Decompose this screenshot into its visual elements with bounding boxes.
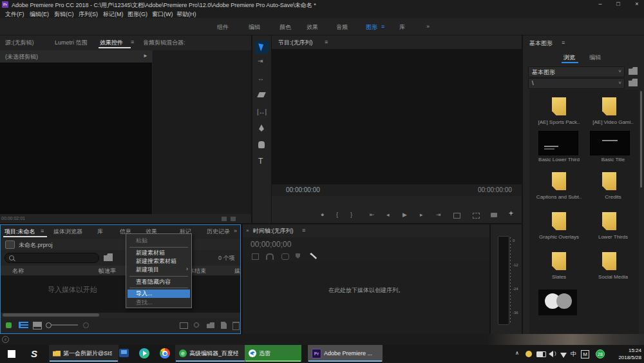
zoom-slider-knob[interactable] — [46, 322, 52, 328]
timeline-marker-icon[interactable] — [296, 253, 300, 259]
insert-overwrite-icon[interactable] — [252, 253, 259, 260]
tab-audio-clip-mixer[interactable]: 音频剪辑混合器: — [143, 39, 185, 47]
linked-selection-icon[interactable] — [281, 253, 289, 260]
project-hscrollbar-thumb[interactable] — [3, 313, 99, 317]
menu-item-new-search-bin[interactable]: 新建搜索素材箱 — [128, 257, 190, 266]
list-view-icon[interactable] — [19, 322, 28, 328]
workspace-tab-audio[interactable]: 音频 — [336, 23, 348, 32]
workspace-graphics-menu-icon[interactable]: ≡ — [381, 23, 384, 30]
find-icon[interactable] — [194, 322, 199, 328]
filter-bin-icon[interactable] — [104, 253, 113, 261]
tile-label[interactable]: [AE] Sports Pack.. — [531, 119, 587, 125]
program-monitor-menu-icon[interactable]: ≡ — [325, 39, 328, 45]
new-bin-icon[interactable] — [207, 322, 214, 328]
tab-libraries[interactable]: 库 — [97, 228, 103, 236]
mark-out-icon[interactable]: } — [350, 211, 352, 218]
template-folder-icon[interactable] — [602, 97, 616, 115]
tile-label[interactable]: Lower Thirds — [587, 234, 639, 240]
tab-browse[interactable]: 浏览 — [564, 54, 575, 62]
timeline-menu-icon[interactable]: ≡ — [302, 227, 305, 233]
hand-tool-icon[interactable] — [258, 141, 265, 148]
workspace-overflow-icon[interactable]: » — [426, 23, 430, 30]
taskbar-app-folder[interactable]: 第一会所新片@SIS... — [49, 345, 118, 362]
template-thumbnail[interactable] — [590, 131, 630, 155]
slip-tool-icon[interactable]: |↔| — [257, 109, 267, 115]
wifi-icon[interactable] — [560, 353, 567, 358]
workspace-tab-color[interactable]: 颜色 — [279, 23, 291, 32]
taskbar-clock[interactable]: 15:24 2018/5/28 — [611, 347, 641, 361]
essential-graphics-menu-icon[interactable]: ≡ — [562, 39, 565, 46]
menu-item-view-hidden[interactable]: 查看隐藏内容 — [128, 278, 190, 286]
template-folder-icon[interactable] — [602, 212, 616, 230]
date-badge-icon[interactable]: 28 — [596, 349, 605, 358]
tile-label[interactable]: Social Media — [587, 274, 639, 280]
menu-item-new-bin[interactable]: 新建素材箱 — [128, 249, 190, 257]
tab-effect-controls[interactable]: 效果控件 — [100, 39, 123, 47]
button-editor-plus-icon[interactable]: + — [509, 209, 513, 218]
ime-indicator[interactable]: 中 — [571, 350, 576, 358]
blue-app-icon[interactable] — [119, 349, 129, 357]
play-button-icon[interactable]: ▶ — [402, 211, 407, 218]
template-folder-icon[interactable] — [552, 172, 566, 190]
template-folder-icon[interactable] — [552, 252, 566, 270]
icon-view-icon[interactable] — [33, 322, 42, 329]
menu-item-import[interactable]: 导入... — [128, 289, 190, 298]
tray-yellow-icon[interactable] — [526, 351, 532, 357]
template-folder-icon[interactable] — [552, 97, 566, 115]
close-button[interactable]: × — [630, 1, 644, 7]
project-menu-icon[interactable]: ≡ — [41, 228, 44, 234]
step-back-icon[interactable]: ◂ — [386, 211, 390, 218]
extract-icon[interactable] — [473, 213, 480, 219]
type-tool-icon[interactable]: T — [258, 157, 263, 166]
tab-lumetri-scopes[interactable]: Lumetri 范围 — [55, 39, 88, 47]
folder-icon[interactable] — [629, 79, 638, 86]
graphics-scrollbar[interactable] — [640, 91, 642, 188]
project-writable-lock-icon[interactable] — [6, 322, 12, 328]
graphics-path-dropdown[interactable]: \ ˅ — [528, 78, 625, 89]
timeline-timecode[interactable]: 00;00;00;00 — [251, 240, 291, 249]
project-hscrollbar-track[interactable] — [1, 313, 240, 318]
program-current-timecode[interactable]: 00:00:00:00 — [286, 186, 320, 193]
chrome-icon[interactable] — [160, 348, 170, 358]
minimize-button[interactable]: – — [592, 1, 608, 7]
go-to-out-icon[interactable]: ⇥ — [436, 211, 441, 218]
lift-icon[interactable] — [453, 213, 460, 219]
pen-tool-icon[interactable] — [259, 124, 264, 132]
player-app-icon[interactable] — [139, 348, 149, 358]
m-tray-badge[interactable]: M — [581, 350, 589, 358]
playback-icon[interactable] — [222, 217, 227, 221]
workspace-tab-editing[interactable]: 编辑 — [249, 23, 260, 32]
taskbar-app-xunlei[interactable]: 迅雷 — [245, 345, 301, 362]
go-to-in-icon[interactable]: ⇤ — [370, 211, 375, 218]
project-overflow-icon[interactable]: » — [234, 228, 237, 234]
tab-edit[interactable]: 编辑 — [589, 54, 601, 62]
speaker-icon[interactable] — [549, 351, 553, 357]
start-button-icon[interactable] — [8, 350, 15, 358]
effect-controls-menu-icon[interactable]: ≡ — [131, 39, 134, 45]
taskbar-app-premiere[interactable]: Pr Adobe Premiere ... — [308, 345, 383, 362]
tray-chevron-icon[interactable]: ∧ — [515, 350, 519, 356]
tab-project[interactable]: 项目:未命名 — [5, 228, 35, 236]
razor-tool-icon[interactable] — [257, 92, 266, 97]
track-select-forward-tool-icon[interactable]: ⇥ — [258, 58, 263, 64]
expand-arrow-icon[interactable]: ► — [143, 53, 148, 59]
tile-label[interactable]: Graphic Overlays — [531, 234, 587, 240]
clear-trash-icon[interactable] — [232, 322, 240, 330]
tile-label[interactable]: Basic Lower Third — [531, 157, 587, 162]
graphics-folder-dropdown[interactable]: 基本图形 ˅ — [528, 66, 625, 77]
battery-icon[interactable] — [536, 351, 546, 357]
workspace-tab-effects[interactable]: 效果 — [307, 23, 318, 32]
clip-selector-row[interactable]: (未选择剪辑) ► — [0, 50, 152, 63]
ripple-edit-tool-icon[interactable]: ↔ — [258, 75, 264, 82]
zoom-slider-track[interactable] — [47, 324, 78, 326]
template-folder-icon[interactable] — [552, 212, 566, 230]
maximize-button[interactable]: □ — [611, 1, 626, 7]
workspace-tab-graphics[interactable]: 图形 — [366, 23, 377, 32]
column-framerate[interactable]: 帧速率 — [99, 267, 116, 275]
sogou-s-logo-icon[interactable]: S — [31, 348, 37, 359]
sync-folder-icon[interactable] — [629, 67, 638, 75]
tab-media-browser[interactable]: 媒体浏览器 — [53, 228, 82, 236]
timeline-close-icon[interactable]: × — [246, 228, 249, 233]
timeline-drop-area[interactable]: 在此处放下媒体以创建序列。 — [243, 262, 489, 334]
workspace-tab-assembly[interactable]: 组件 — [217, 23, 229, 32]
